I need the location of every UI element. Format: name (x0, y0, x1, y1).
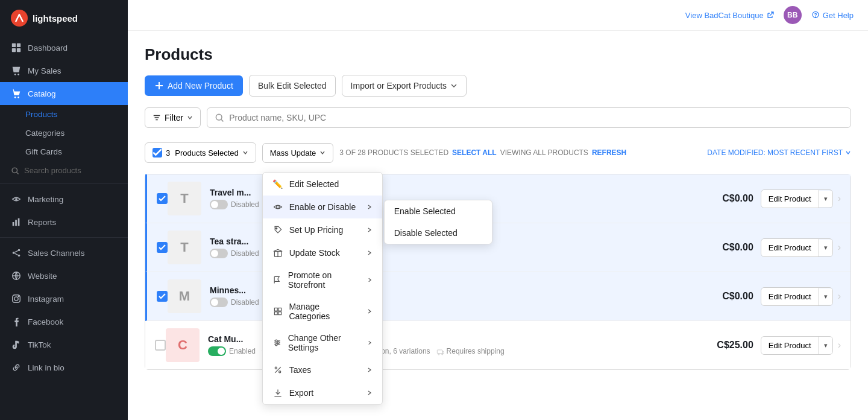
sidebar-item-facebook[interactable]: Facebook (0, 310, 128, 333)
svg-rect-1 (12, 43, 16, 47)
sidebar-item-catalog[interactable]: Catalog (0, 82, 128, 105)
edit-product-arrow-tea[interactable]: ▾ (819, 240, 832, 256)
menu-item-categories[interactable]: Manage Categories (263, 296, 382, 327)
svg-point-7 (14, 97, 16, 98)
sidebar-item-marketing[interactable]: Marketing (0, 188, 128, 211)
sidebar-item-tiktok[interactable]: TikTok (0, 333, 128, 356)
sidebar-item-sales-channels[interactable]: Sales Channels (0, 241, 128, 264)
sidebar-search[interactable]: Search products (0, 161, 128, 180)
menu-item-enable-disable[interactable]: Enable or Disable (263, 196, 382, 218)
sort-button[interactable]: DATE MODIFIED: MOST RECENT FIRST (707, 148, 851, 157)
sidebar-item-gift-cards[interactable]: Gift Cards (0, 142, 128, 161)
product-search-box (207, 107, 851, 128)
svg-point-31 (275, 228, 277, 229)
svg-point-45 (275, 367, 277, 369)
svg-rect-12 (13, 222, 14, 226)
menu-item-stock[interactable]: Update Stock (263, 241, 382, 264)
svg-rect-13 (15, 220, 17, 226)
menu-item-export[interactable]: Export (263, 381, 382, 404)
svg-line-18 (14, 250, 17, 252)
menu-item-promote[interactable]: Promote on Storefront (263, 264, 382, 296)
grid2-icon (272, 306, 283, 317)
svg-point-28 (216, 114, 222, 120)
product-thumb-catmu: C (166, 328, 200, 362)
product-checkbox-travel[interactable] (157, 193, 168, 204)
enable-disable-submenu: Enable Selected Disable Selected (384, 200, 492, 244)
svg-point-11 (15, 198, 17, 200)
view-store-link[interactable]: View BadCat Boutique (685, 11, 774, 20)
sidebar-item-dashboard[interactable]: Dashboard (0, 36, 128, 59)
selected-count: 3 (166, 148, 170, 158)
product-checkbox-minnes[interactable] (157, 291, 168, 302)
product-checkbox-tea[interactable] (157, 242, 168, 253)
topbar: View BadCat Boutique BB Get Help (128, 0, 868, 31)
product-toggle-tea[interactable]: Disabled (210, 249, 259, 258)
svg-point-24 (18, 296, 19, 296)
menu-item-pricing[interactable]: Set Up Pricing (263, 218, 382, 241)
edit-product-main-minnes[interactable]: Edit Product (761, 288, 819, 305)
product-toggle-minnes[interactable]: Disabled (210, 298, 259, 307)
toggle-switch-minnes[interactable] (210, 298, 228, 307)
svg-point-23 (14, 297, 18, 301)
product-checkbox-catmu[interactable] (155, 340, 166, 351)
product-toggle-travel[interactable]: Disabled (210, 200, 259, 209)
sidebar-item-categories[interactable]: Categories (0, 124, 128, 142)
download-icon (272, 387, 283, 398)
svg-rect-3 (12, 48, 16, 52)
sidebar-item-my-sales-label: My Sales (28, 66, 61, 75)
toggle-switch-travel[interactable] (210, 200, 228, 209)
svg-point-42 (277, 342, 279, 343)
svg-line-29 (221, 119, 224, 122)
selected-label: Products Selected (175, 148, 239, 158)
edit-product-main-travel[interactable]: Edit Product (761, 190, 819, 208)
bulk-bar: 3 Products Selected Mass Update ✏️ (145, 136, 851, 169)
sidebar-item-link-in-bio[interactable]: Link in bio (0, 356, 128, 379)
user-avatar[interactable]: BB (784, 6, 802, 24)
edit-product-arrow-catmu[interactable]: ▾ (819, 337, 832, 354)
logo[interactable]: lightspeed (0, 0, 128, 36)
eye-icon (272, 202, 283, 212)
toggle-switch-tea[interactable] (210, 249, 228, 258)
svg-point-43 (275, 343, 277, 345)
menu-item-taxes[interactable]: Taxes (263, 358, 382, 381)
edit-product-main-catmu[interactable]: Edit Product (761, 337, 819, 354)
product-row-catmu: C Cat Mu... Enabled Featured on homepage (145, 321, 851, 369)
submenu-disable-selected[interactable]: Disable Selected (385, 222, 492, 244)
menu-item-edit-selected[interactable]: ✏️ Edit Selected (263, 173, 382, 196)
products-selected-button[interactable]: 3 Products Selected (145, 142, 256, 163)
edit-product-arrow-travel[interactable]: ▾ (819, 191, 832, 207)
import-export-button[interactable]: Import or Export Products (342, 75, 467, 97)
percent-icon (272, 364, 283, 375)
mass-update-button[interactable]: Mass Update (262, 143, 334, 163)
edit-product-button-tea: Edit Product ▾ (761, 238, 833, 257)
edit-product-arrow-minnes[interactable]: ▾ (819, 288, 832, 305)
product-thumb-tea: T (168, 231, 201, 264)
select-all-link[interactable]: SELECT ALL (452, 148, 497, 157)
svg-rect-4 (17, 48, 20, 52)
add-new-product-button[interactable]: Add New Product (145, 75, 243, 96)
sidebar-item-my-sales[interactable]: My Sales (0, 59, 128, 82)
toggle-switch-catmu[interactable] (208, 346, 226, 356)
search-input[interactable] (229, 113, 843, 122)
product-price-travel: C$0.00 (722, 193, 753, 204)
sidebar-search-placeholder: Search products (24, 166, 81, 175)
submenu-enable-selected[interactable]: Enable Selected (385, 200, 492, 222)
product-list: T Travel m... Disabled Featured (145, 174, 851, 370)
svg-rect-34 (274, 308, 277, 311)
get-help-link[interactable]: Get Help (811, 11, 854, 20)
logo-text: lightspeed (33, 13, 78, 24)
sidebar-item-reports[interactable]: Reports (0, 211, 128, 234)
flag-icon (272, 275, 282, 285)
sidebar-item-products[interactable]: Products (0, 105, 128, 124)
svg-point-46 (278, 371, 280, 372)
sidebar-item-instagram[interactable]: Instagram (0, 287, 128, 310)
svg-rect-14 (18, 218, 20, 226)
filter-button[interactable]: Filter (145, 107, 201, 128)
sidebar-item-website[interactable]: Website (0, 264, 128, 287)
bulk-count-text: 3 OF 28 PRODUCTS SELECTED (339, 148, 448, 157)
refresh-link[interactable]: REFRESH (592, 148, 626, 157)
edit-product-main-tea[interactable]: Edit Product (761, 239, 819, 256)
menu-item-other-settings[interactable]: Change Other Settings (263, 327, 382, 358)
bulk-edit-button[interactable]: Bulk Edit Selected (249, 75, 336, 97)
product-toggle-catmu[interactable]: Enabled (208, 346, 256, 356)
